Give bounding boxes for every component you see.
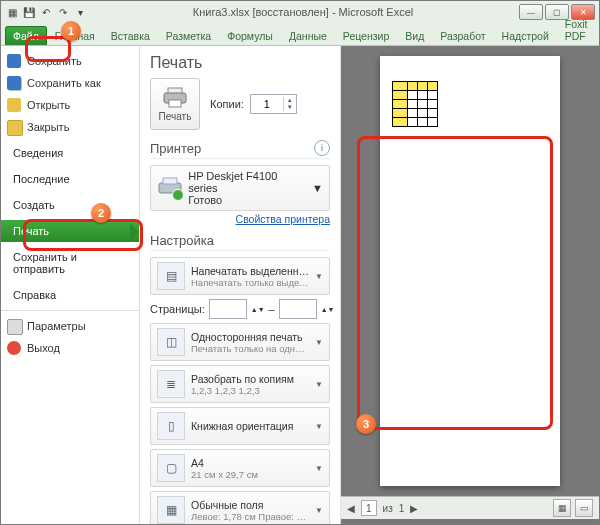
pages-label: Страницы:: [150, 303, 205, 315]
svg-rect-4: [163, 178, 177, 184]
nav-send[interactable]: Сохранить и отправить: [1, 246, 139, 280]
copies-label: Копии:: [210, 98, 244, 110]
orientation-icon: ▯: [157, 412, 185, 440]
app-window: ▦ 💾 ↶ ↷ ▾ Книга3.xlsx [восстановлен] - M…: [0, 0, 600, 525]
preview-table: [392, 81, 438, 127]
printer-heading: Принтер: [150, 141, 201, 156]
opt-collate[interactable]: ≣ Разобрать по копиям1,2,3 1,2,3 1,2,3 ▼: [150, 365, 330, 403]
minimize-button[interactable]: —: [519, 4, 543, 20]
pages-sep: –: [269, 303, 275, 315]
nav-close[interactable]: Закрыть: [1, 116, 139, 138]
pages-row: Страницы: ▲▼ – ▲▼: [150, 299, 330, 319]
print-preview-pane: ◀ 1 из 1 ▶ ▦ ▭: [341, 46, 599, 524]
printer-ready-icon: [172, 189, 184, 201]
page-icon: ◫: [157, 328, 185, 356]
qat-dropdown-icon[interactable]: ▾: [73, 5, 87, 19]
nav-options[interactable]: Параметры: [1, 315, 139, 337]
qat-redo-icon[interactable]: ↷: [56, 5, 70, 19]
chevron-down-icon: ▼: [312, 182, 323, 194]
printer-device-icon: [157, 177, 182, 199]
quick-access-toolbar: ▦ 💾 ↶ ↷ ▾: [5, 5, 87, 19]
backstage-nav: Сохранить Сохранить как Открыть Закрыть …: [1, 46, 140, 524]
prev-page-button[interactable]: ◀: [347, 503, 355, 514]
preview-footer: ◀ 1 из 1 ▶ ▦ ▭: [341, 496, 599, 519]
next-page-button[interactable]: ▶: [410, 503, 418, 514]
print-heading: Печать: [150, 54, 330, 72]
copies-input[interactable]: [251, 97, 283, 111]
chevron-down-icon: ▼: [315, 380, 323, 389]
chevron-down-icon: ▼: [315, 338, 323, 347]
ribbon-tabs: Файл Главная Вставка Разметка Формулы Да…: [1, 23, 599, 45]
tab-foxit[interactable]: Foxit PDF: [557, 14, 596, 45]
copies-spinner[interactable]: ▲▼: [250, 94, 297, 114]
copies-row: Копии: ▲▼: [210, 94, 297, 114]
nav-save[interactable]: Сохранить: [1, 50, 139, 72]
nav-help[interactable]: Справка: [1, 284, 139, 306]
page-sep: из: [383, 503, 393, 514]
nav-exit[interactable]: Выход: [1, 337, 139, 359]
printer-icon: [162, 87, 188, 109]
tab-insert[interactable]: Вставка: [103, 26, 158, 45]
qat-undo-icon[interactable]: ↶: [39, 5, 53, 19]
backstage-body: Сохранить Сохранить как Открыть Закрыть …: [1, 45, 599, 524]
tab-developer[interactable]: Разработ: [432, 26, 493, 45]
spinner-arrows[interactable]: ▲▼: [283, 97, 296, 111]
print-action-row: Печать Копии: ▲▼: [150, 78, 330, 130]
tab-file[interactable]: Файл: [5, 26, 47, 45]
opt-margins[interactable]: ▦ Обычные поляЛевое: 1,78 см Правое: 1,.…: [150, 491, 330, 524]
tab-view[interactable]: Вид: [397, 26, 432, 45]
margins-icon: ▦: [157, 496, 185, 524]
sheet-icon: ▤: [157, 262, 185, 290]
page-to-input[interactable]: [279, 299, 317, 319]
nav-open[interactable]: Открыть: [1, 94, 139, 116]
chevron-down-icon: ▼: [315, 506, 323, 515]
page-total: 1: [399, 503, 405, 514]
window-title: Книга3.xlsx [восстановлен] - Microsoft E…: [87, 6, 519, 18]
print-button-label: Печать: [159, 111, 192, 122]
paper-icon: ▢: [157, 454, 185, 482]
chevron-down-icon: ▼: [315, 272, 323, 281]
tab-layout[interactable]: Разметка: [158, 26, 219, 45]
printer-properties-link[interactable]: Свойства принтера: [150, 213, 330, 225]
nav-info[interactable]: Сведения: [1, 142, 139, 164]
opt-print-range[interactable]: ▤ Напечатать выделенный фр...Напечатать …: [150, 257, 330, 295]
printer-status: Готово: [188, 194, 306, 206]
tab-review[interactable]: Рецензир: [335, 26, 397, 45]
settings-heading: Настройка: [150, 233, 214, 248]
opt-paper[interactable]: ▢ A421 см x 29,7 см ▼: [150, 449, 330, 487]
nav-recent[interactable]: Последние: [1, 168, 139, 190]
nav-create[interactable]: Создать: [1, 194, 139, 216]
collate-icon: ≣: [157, 370, 185, 398]
chevron-down-icon: ▼: [315, 464, 323, 473]
tab-home[interactable]: Главная: [47, 26, 103, 45]
nav-print[interactable]: Печать: [1, 220, 139, 242]
svg-rect-2: [169, 100, 181, 107]
tab-formulas[interactable]: Формулы: [219, 26, 281, 45]
page-from-input[interactable]: [209, 299, 247, 319]
qat-save-icon[interactable]: 💾: [22, 5, 36, 19]
tab-data[interactable]: Данные: [281, 26, 335, 45]
print-button[interactable]: Печать: [150, 78, 200, 130]
printer-selector[interactable]: HP Deskjet F4100 series Готово ▼: [150, 165, 330, 211]
tab-addins[interactable]: Надстрой: [494, 26, 557, 45]
settings-section-head: Настройка: [150, 233, 330, 251]
print-settings: Печать Печать Копии: ▲▼ Принтер i: [140, 46, 341, 524]
app-icon: ▦: [5, 5, 19, 19]
preview-page: [380, 56, 560, 486]
printer-name: HP Deskjet F4100 series: [188, 170, 306, 194]
opt-sides[interactable]: ◫ Односторонняя печатьПечатать только на…: [150, 323, 330, 361]
chevron-down-icon: ▼: [315, 422, 323, 431]
opt-orientation[interactable]: ▯ Книжная ориентация ▼: [150, 407, 330, 445]
zoom-page-button[interactable]: ▭: [575, 499, 593, 517]
printer-section-head: Принтер i: [150, 140, 330, 159]
show-margins-button[interactable]: ▦: [553, 499, 571, 517]
page-current[interactable]: 1: [361, 500, 377, 516]
info-icon[interactable]: i: [314, 140, 330, 156]
nav-save-as[interactable]: Сохранить как: [1, 72, 139, 94]
title-bar: ▦ 💾 ↶ ↷ ▾ Книга3.xlsx [восстановлен] - M…: [1, 1, 599, 23]
tab-abbyy[interactable]: ABBYY PD: [596, 14, 600, 45]
nav-separator: [1, 310, 139, 311]
